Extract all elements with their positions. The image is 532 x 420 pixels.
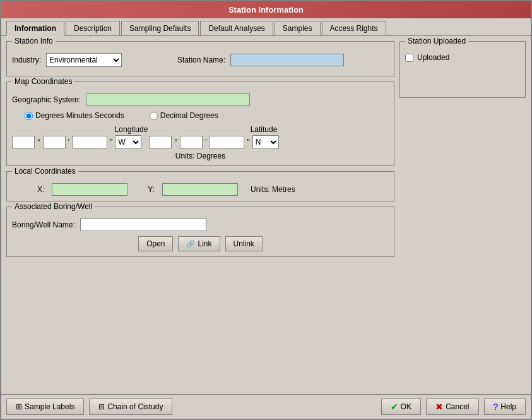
y-label: Y: — [148, 185, 155, 194]
uploaded-label: Uploaded — [417, 53, 449, 62]
station-info-label: Station Info — [12, 37, 56, 45]
industry-row: Industry: Environmental Station Name: ST… — [12, 53, 389, 67]
uploaded-row: Uploaded — [405, 53, 520, 62]
content-area: Station Info Industry: Environmental Sta… — [1, 36, 531, 394]
link-icon: 🔗 — [186, 240, 195, 248]
y-input[interactable]: 1107 — [162, 183, 238, 196]
uploaded-checkbox[interactable] — [405, 54, 413, 62]
geo-system-row: Geographic System: WGS 84 (epsg:4326) — [12, 93, 389, 106]
chain-button[interactable]: ⊟ Chain of Cistudy — [89, 399, 172, 415]
local-coords-row: X: 363 Y: 1107 Units: Metres — [12, 183, 389, 196]
lat-sec-input[interactable]: 41.879 — [209, 136, 244, 148]
help-icon: ? — [494, 402, 499, 412]
open-button[interactable]: Open — [138, 236, 173, 251]
chain-icon: ⊟ — [98, 402, 105, 411]
boring-name-row: Boring/Well Name: — [12, 219, 389, 231]
map-coords-label: Map Coordinates — [12, 77, 74, 86]
tab-sampling-defaults[interactable]: Sampling Defaults — [121, 21, 199, 35]
x-input[interactable]: 363 — [52, 183, 127, 196]
link-button[interactable]: 🔗 Link — [178, 236, 220, 251]
lon-deg-symbol: ° — [37, 138, 40, 147]
lat-min-input[interactable]: 21 — [180, 136, 203, 148]
footer: ⊞ Sample Labels ⊟ Chain of Cistudy ✔ OK … — [1, 394, 531, 419]
local-coords-label: Local Coordinates — [12, 167, 78, 176]
boring-buttons-row: Open 🔗 Link Unlink — [12, 236, 389, 251]
ok-button[interactable]: ✔ OK — [381, 399, 421, 415]
ok-icon: ✔ — [391, 402, 398, 412]
lon-min-input[interactable]: 31 — [43, 136, 66, 148]
table-icon: ⊞ — [16, 402, 22, 411]
map-coords-group: Map Coordinates Geographic System: WGS 8… — [6, 81, 394, 166]
dialog: Station Information Information Descript… — [0, 0, 532, 420]
tab-description[interactable]: Description — [66, 21, 120, 35]
dialog-title: Station Information — [228, 5, 304, 15]
sample-labels-button[interactable]: ⊞ Sample Labels — [6, 399, 84, 415]
lat-deg-input[interactable]: 43 — [149, 136, 172, 148]
station-name-input[interactable]: STN-1 — [230, 54, 344, 66]
right-panel: Station Uploaded Uploaded — [399, 41, 526, 389]
longitude-header: Longitude — [65, 125, 198, 134]
lat-min-symbol: ' — [205, 138, 206, 147]
lon-sec-input[interactable]: 48.266 — [72, 136, 107, 148]
tab-access-rights[interactable]: Access Rights — [322, 21, 386, 35]
tab-samples[interactable]: Samples — [275, 21, 321, 35]
geo-system-input[interactable]: WGS 84 (epsg:4326) — [86, 93, 250, 106]
local-coords-group: Local Coordinates X: 363 Y: 1107 Units: … — [6, 171, 394, 201]
lon-min-symbol: ' — [68, 138, 69, 147]
help-button[interactable]: ? Help — [484, 399, 526, 415]
coords-inputs-row: 80 ° 31 ' 48.266 " W E 43 ° 21 ' 41.879 … — [12, 135, 389, 149]
industry-select[interactable]: Environmental — [46, 53, 122, 67]
coord-headers: Longitude Latitude — [12, 125, 389, 134]
boring-well-label: Associated Boring/Well — [12, 202, 95, 211]
cancel-button[interactable]: ✖ Cancel — [426, 399, 478, 415]
geo-system-label: Geographic System: — [12, 95, 81, 104]
units-row: Units: Degrees — [12, 152, 389, 160]
tab-information[interactable]: Information — [6, 21, 64, 36]
station-uploaded-label: Station Uploaded — [405, 37, 468, 45]
lat-sec-symbol: " — [247, 138, 249, 147]
footer-left: ⊞ Sample Labels ⊟ Chain of Cistudy — [6, 399, 172, 415]
lat-deg-symbol: ° — [174, 138, 177, 147]
latitude-header: Latitude — [198, 125, 330, 134]
unlink-button[interactable]: Unlink — [225, 236, 263, 251]
radio-dd[interactable]: Decimal Degrees — [150, 111, 218, 120]
station-info-group: Station Info Industry: Environmental Sta… — [6, 41, 394, 76]
footer-right: ✔ OK ✖ Cancel ? Help — [381, 399, 526, 415]
tab-default-analyses[interactable]: Default Analyses — [200, 21, 273, 35]
industry-label: Industry: — [12, 56, 41, 64]
boring-name-input[interactable] — [80, 219, 206, 231]
lon-deg-input[interactable]: 80 — [12, 136, 35, 148]
radio-dms[interactable]: Degrees Minutes Seconds — [25, 111, 124, 120]
lat-dir-select[interactable]: N S — [252, 135, 279, 149]
local-units: Units: Metres — [251, 185, 295, 194]
lon-dir-select[interactable]: W E — [115, 135, 141, 149]
x-label: X: — [37, 185, 44, 194]
boring-name-label: Boring/Well Name: — [12, 220, 75, 229]
lon-sec-symbol: " — [110, 138, 112, 147]
left-panel: Station Info Industry: Environmental Sta… — [6, 41, 394, 389]
station-name-label: Station Name: — [177, 56, 225, 64]
radio-row: Degrees Minutes Seconds Decimal Degrees — [12, 111, 389, 120]
cancel-icon: ✖ — [435, 402, 443, 412]
station-uploaded-group: Station Uploaded Uploaded — [399, 41, 526, 98]
tabs: Information Description Sampling Default… — [1, 18, 531, 36]
title-bar: Station Information — [1, 1, 531, 18]
boring-well-group: Associated Boring/Well Boring/Well Name:… — [6, 207, 394, 257]
